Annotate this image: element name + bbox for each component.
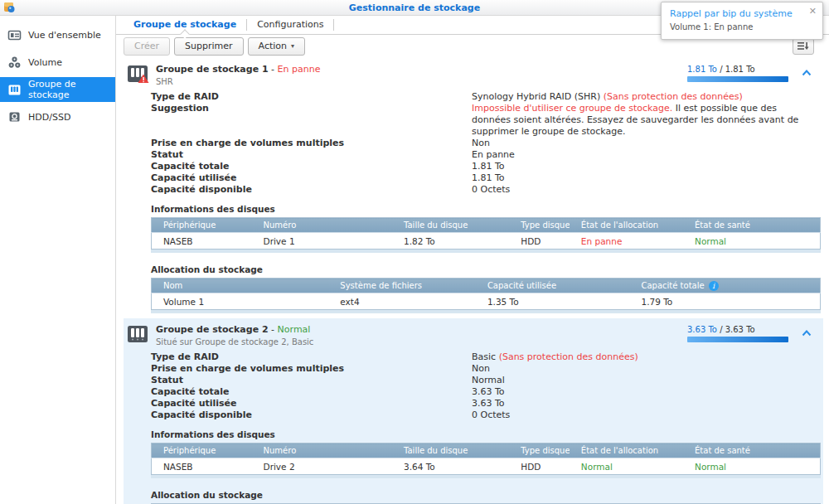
- pool-status-badge: En panne: [278, 64, 321, 75]
- multi-volume-value: Non: [472, 363, 823, 375]
- table-row[interactable]: Volume 1 ext4 1.35 To 1.79 To: [152, 293, 821, 310]
- capacity-separator: /: [717, 65, 725, 74]
- size-cell: 1.82 To: [392, 233, 509, 250]
- chevron-up-icon[interactable]: [802, 328, 812, 339]
- volume-name-cell: Volume 1: [152, 293, 329, 310]
- health-status-cell: Normal: [683, 233, 820, 250]
- available-capacity-value: 0 Octets: [472, 410, 823, 421]
- table-row[interactable]: NASEB Drive 1 1.82 To HDD En panne Norma…: [152, 233, 821, 250]
- delete-button[interactable]: Supprimer: [174, 37, 244, 56]
- storage-pool-panel-2: Groupe de stockage 2 - Normal Situé sur …: [124, 318, 823, 504]
- column-header[interactable]: Numéro: [252, 218, 392, 233]
- disk-info-table: Périphérique Numéro Taille du disque Typ…: [151, 443, 821, 478]
- pool-title: Groupe de stockage 1: [156, 64, 269, 75]
- sidebar-item-volume[interactable]: Volume: [0, 50, 115, 75]
- capacity-used: 1.81 To: [687, 65, 717, 74]
- notification-body: Volume 1: En panne: [670, 22, 814, 32]
- raid-type-value: Basic: [472, 351, 499, 362]
- storage-pool-list: Groupe de stockage 1 - En panne SHR 1.81…: [116, 57, 829, 504]
- dash: -: [271, 324, 274, 335]
- column-header[interactable]: Système de fichiers: [328, 279, 476, 293]
- detail-row: Type de RAID Synology Hybrid RAID (SHR) …: [124, 91, 823, 103]
- sidebar-item-label: Vue d'ensemble: [28, 30, 101, 41]
- raid-warning: (Sans protection des données): [499, 351, 638, 362]
- status-value: En panne: [472, 149, 823, 161]
- capacity-summary: 3.63 To / 3.63 To: [687, 325, 788, 342]
- system-beep-notification: Rappel par bip du système Volume 1: En p…: [661, 2, 823, 40]
- detail-row: Type de RAID Basic (Sans protection des …: [124, 351, 823, 363]
- tab-separator: [333, 19, 334, 31]
- column-header[interactable]: Type disque: [509, 443, 570, 458]
- capacity-total: 1.81 To: [725, 65, 755, 74]
- storage-pool-icon: [7, 83, 22, 97]
- used-capacity-value: 1.81 To: [472, 172, 823, 184]
- disk-info-section-label: Informations des disques: [151, 429, 823, 439]
- column-header[interactable]: Taille du disque: [392, 218, 509, 233]
- detail-row: Capacité utilisée 3.63 To: [124, 398, 823, 410]
- column-header[interactable]: État de l'allocation: [570, 443, 683, 458]
- capacity-progress-bar: [687, 76, 788, 82]
- allocation-section-label: Allocation du stockage: [151, 490, 823, 500]
- pool-status-badge: Normal: [278, 324, 311, 335]
- column-header[interactable]: Numéro: [252, 443, 392, 458]
- detail-label: Capacité totale: [151, 386, 472, 398]
- column-header[interactable]: Périphérique: [152, 218, 252, 233]
- column-header[interactable]: Capacité utilisée: [476, 279, 630, 293]
- detail-label: Capacité utilisée: [151, 398, 472, 410]
- pool-subtitle: Situé sur Groupe de stockage 2, Basic: [156, 337, 313, 346]
- detail-row: Suggestion Impossible d'utiliser ce grou…: [124, 103, 823, 138]
- detail-label: Capacité disponible: [151, 184, 472, 196]
- pool-subtitle: SHR: [156, 77, 320, 86]
- total-cell: 1.79 To: [629, 293, 820, 310]
- detail-label: Type de RAID: [151, 91, 472, 103]
- panel-header: Groupe de stockage 1 - En panne SHR 1.81…: [124, 58, 823, 88]
- sidebar-item-label: HDD/SSD: [28, 112, 70, 123]
- health-status-cell: Normal: [683, 458, 820, 475]
- column-header[interactable]: Capacité totalei: [629, 279, 820, 293]
- chevron-up-icon[interactable]: [802, 68, 812, 79]
- volume-icon: [7, 56, 22, 70]
- capacity-separator: /: [717, 325, 725, 334]
- action-label: Action: [259, 41, 287, 51]
- collapse-all-button[interactable]: [793, 38, 814, 55]
- table-row[interactable]: NASEB Drive 2 3.64 To HDD Normal Normal: [152, 458, 821, 475]
- detail-row: Capacité totale 3.63 To: [124, 386, 823, 398]
- panel-header: Groupe de stockage 2 - Normal Situé sur …: [124, 318, 823, 348]
- info-icon[interactable]: i: [709, 281, 719, 291]
- action-dropdown-button[interactable]: Action ▾: [248, 37, 305, 56]
- total-capacity-value: 3.63 To: [472, 386, 823, 398]
- dash: -: [271, 64, 274, 75]
- column-header[interactable]: Périphérique: [152, 443, 252, 458]
- create-button[interactable]: Créer: [124, 37, 170, 56]
- used-capacity-value: 3.63 To: [472, 398, 823, 410]
- column-header[interactable]: Type disque: [509, 218, 570, 233]
- tab-storage-pool[interactable]: Groupe de stockage: [124, 16, 246, 34]
- notification-title: Rappel par bip du système: [670, 8, 814, 19]
- detail-row: Capacité disponible 0 Octets: [124, 184, 823, 196]
- device-cell: NASEB: [152, 233, 252, 250]
- capacity-used: 3.63 To: [687, 325, 717, 334]
- column-header[interactable]: Taille du disque: [392, 443, 509, 458]
- allocation-status-cell: Normal: [570, 458, 683, 475]
- sidebar-item-hdd-ssd[interactable]: HDD/SSD: [0, 104, 115, 129]
- tab-configurations[interactable]: Configurations: [247, 16, 333, 34]
- detail-label: Prise en charge de volumes multiples: [151, 363, 472, 375]
- detail-row: Capacité utilisée 1.81 To: [124, 172, 823, 184]
- column-header[interactable]: État de l'allocation: [570, 218, 683, 233]
- sidebar-item-overview[interactable]: Vue d'ensemble: [0, 22, 115, 47]
- column-header[interactable]: Nom: [152, 279, 329, 293]
- hdd-ssd-icon: [7, 110, 22, 124]
- close-icon[interactable]: ✕: [809, 7, 817, 16]
- column-header[interactable]: État de santé: [683, 218, 820, 233]
- detail-row: Prise en charge de volumes multiples Non: [124, 363, 823, 375]
- sidebar: Vue d'ensemble Volume: [0, 16, 116, 504]
- detail-label: Capacité totale: [151, 161, 472, 172]
- sort-collapse-icon: [797, 41, 809, 51]
- sidebar-item-storage-pool[interactable]: Groupe de stockage: [0, 77, 115, 102]
- detail-row: Capacité disponible 0 Octets: [124, 410, 823, 421]
- available-capacity-value: 0 Octets: [472, 184, 823, 196]
- overview-icon: [7, 28, 22, 42]
- column-header[interactable]: État de santé: [683, 443, 820, 458]
- detail-label: Prise en charge de volumes multiples: [151, 138, 472, 149]
- detail-row: Capacité totale 1.81 To: [124, 161, 823, 172]
